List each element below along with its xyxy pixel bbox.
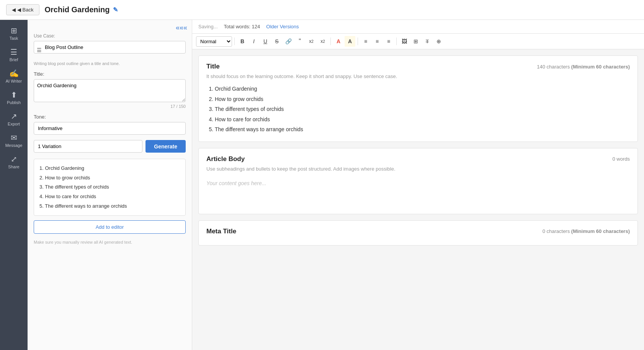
title-outline-item-4: How to care for orchids	[215, 114, 630, 125]
meta-char-min: (Minimum 60 characters)	[571, 228, 630, 234]
editor-content: Title 140 characters (Minimum 60 charact…	[192, 49, 644, 350]
variation-row: 1 Variation 2 Variations 3 Variations Ge…	[34, 140, 186, 153]
sidebar-item-export[interactable]: ↗ Export	[0, 109, 28, 130]
unordered-list-button[interactable]: ≡	[372, 36, 382, 47]
clear-format-button[interactable]: T̶	[422, 36, 433, 47]
outline-item-2: 2. How to grow orchids	[39, 173, 180, 183]
title-outline-item-5: The different ways to arrange orchids	[215, 124, 630, 135]
use-case-select-wrap: ☰ Blog Post Outline	[34, 41, 186, 59]
title-char-count-value: 140 characters	[537, 64, 570, 70]
toolbar-sep-1	[234, 37, 235, 45]
superscript-button[interactable]: x2	[317, 36, 328, 47]
title-section: Title 140 characters (Minimum 60 charact…	[198, 55, 638, 142]
title-char-min: (Minimum 60 characters)	[571, 64, 630, 70]
title-section-hint: It should focus on the learning outcome.…	[206, 73, 630, 79]
strikethrough-button[interactable]: S	[271, 36, 282, 47]
editor-toolbar: Normal Heading 1 Heading 2 Heading 3 B I…	[192, 34, 644, 49]
toolbar-sep-3	[358, 37, 358, 45]
title-outline-item-1: Orchid Gardening	[215, 84, 630, 94]
saving-status: Saving...	[198, 24, 218, 29]
tone-label: Tone:	[34, 114, 186, 120]
use-case-list-icon: ☰	[37, 47, 42, 53]
toolbar-sep-4	[396, 37, 397, 45]
title-outline-item-3: The different types of orchids	[215, 104, 630, 114]
quote-button[interactable]: "	[294, 36, 305, 47]
disclaimer-text: Make sure you manually review all AI gen…	[34, 240, 186, 244]
generate-button[interactable]: Generate	[145, 140, 186, 153]
page-title-area: Orchid Gardening ✎	[45, 5, 118, 14]
style-select[interactable]: Normal Heading 1 Heading 2 Heading 3	[196, 36, 232, 47]
sidebar-item-label-message: Message	[5, 143, 23, 148]
outline-item-1: 1. Orchid Gardening	[39, 164, 180, 173]
edit-title-icon[interactable]: ✎	[113, 6, 118, 13]
page-title: Orchid Gardening	[45, 5, 110, 14]
sidebar-item-ai-writer[interactable]: ✍ AI Writer	[0, 66, 28, 87]
table-button[interactable]: ⊞	[410, 36, 421, 47]
sidebar-item-message[interactable]: ✉ Message	[0, 130, 28, 151]
main-layout: ⊞ Task ☰ Brief ✍ AI Writer ⬆ Publish ↗ E…	[0, 20, 644, 350]
sidebar-item-label-ai-writer: AI Writer	[6, 79, 22, 83]
sidebar-item-publish[interactable]: ⬆ Publish	[0, 87, 28, 109]
editor-topbar: Saving... Total words: 124 Older Version…	[192, 20, 644, 34]
outline-item-4: 4. How to care for orchids	[39, 192, 180, 202]
sidebar-item-label-share: Share	[8, 164, 19, 169]
variation-select[interactable]: 1 Variation 2 Variations 3 Variations	[34, 140, 142, 153]
font-color-button[interactable]: A	[333, 36, 344, 47]
ordered-list-button[interactable]: ≡	[360, 36, 371, 47]
sidebar-item-label-brief: Brief	[10, 57, 18, 62]
article-body-title: Article Body	[206, 155, 245, 163]
left-panel: ««« Use Case: ☰ Blog Post Outline Writin…	[28, 20, 192, 350]
meta-title-title: Meta Title	[206, 228, 236, 235]
image-button[interactable]: 🖼	[399, 36, 410, 47]
title-char-count-display: 140 characters (Minimum 60 characters)	[537, 64, 630, 70]
use-case-select[interactable]: Blog Post Outline	[34, 41, 186, 54]
task-icon: ⊞	[11, 27, 17, 34]
outline-item-3: 3. The different types of orchids	[39, 182, 180, 192]
article-body-header: Article Body 0 words	[206, 155, 630, 163]
title-section-title: Title	[206, 63, 220, 70]
editor-area: Saving... Total words: 124 Older Version…	[192, 20, 644, 350]
title-input[interactable]: Orchid Gardening	[34, 79, 186, 102]
sidebar-item-task[interactable]: ⊞ Task	[0, 23, 28, 44]
sidebar-item-share[interactable]: ⤢ Share	[0, 151, 28, 173]
article-body-placeholder[interactable]: Your content goes here...	[206, 176, 630, 207]
message-icon: ✉	[11, 134, 17, 142]
back-label: ◀ Back	[17, 7, 34, 13]
italic-button[interactable]: I	[248, 36, 259, 47]
publish-icon: ⬆	[11, 91, 17, 99]
title-label: Title:	[34, 71, 186, 77]
back-icon: ◀	[12, 7, 16, 13]
brief-icon: ☰	[10, 48, 17, 56]
bold-button[interactable]: B	[237, 36, 248, 47]
align-button[interactable]: ≡	[383, 36, 394, 47]
collapse-panel-btn[interactable]: «««	[28, 20, 192, 33]
panel-content: Use Case: ☰ Blog Post Outline Writing bl…	[28, 33, 192, 251]
older-versions-link[interactable]: Older Versions	[266, 24, 299, 29]
meta-title-char-count: 0 characters (Minimum 60 characters)	[543, 228, 630, 234]
tone-select[interactable]: Informative Conversational Formal Casual…	[34, 122, 186, 135]
use-case-label: Use Case:	[34, 33, 186, 39]
add-to-editor-button[interactable]: Add to editor	[34, 220, 186, 234]
toolbar-sep-2	[330, 37, 331, 45]
sidebar-item-label-publish: Publish	[7, 100, 21, 105]
underline-button[interactable]: U	[260, 36, 271, 47]
subscript-button[interactable]: x2	[306, 36, 317, 47]
sidebar-item-label-task: Task	[10, 36, 18, 41]
use-case-desc: Writing blog post outline given a title …	[34, 61, 186, 66]
title-outline-list: Orchid Gardening How to grow orchids The…	[206, 84, 630, 135]
add-element-button[interactable]: ⊕	[433, 36, 444, 47]
sidebar-item-label-export: Export	[8, 122, 20, 126]
article-body-section: Article Body 0 words Use subheadings and…	[198, 148, 638, 214]
meta-title-header: Meta Title 0 characters (Minimum 60 char…	[206, 228, 630, 235]
outline-result-box: 1. Orchid Gardening 2. How to grow orchi…	[34, 159, 186, 216]
sidebar-item-brief[interactable]: ☰ Brief	[0, 44, 28, 66]
highlight-button[interactable]: A	[345, 36, 355, 47]
title-char-count: 17 / 150	[34, 104, 186, 109]
back-button[interactable]: ◀ ◀ Back	[6, 4, 39, 15]
ai-writer-icon: ✍	[9, 70, 19, 77]
top-bar: ◀ ◀ Back Orchid Gardening ✎	[0, 0, 644, 20]
meta-title-section: Meta Title 0 characters (Minimum 60 char…	[198, 220, 638, 246]
link-button[interactable]: 🔗	[283, 36, 294, 47]
sidebar: ⊞ Task ☰ Brief ✍ AI Writer ⬆ Publish ↗ E…	[0, 20, 28, 350]
title-outline-item-2: How to grow orchids	[215, 94, 630, 104]
